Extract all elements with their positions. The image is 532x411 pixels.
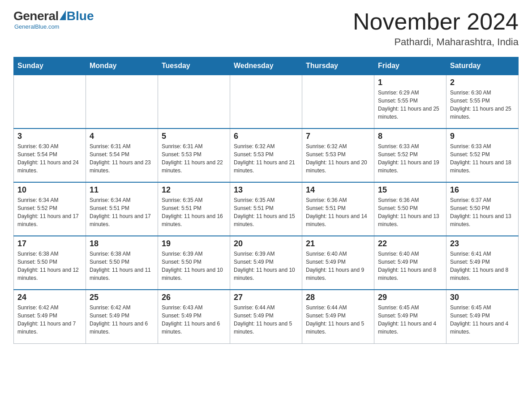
calendar-day-cell: 27Sunrise: 6:44 AM Sunset: 5:49 PM Dayli… [230,290,302,343]
day-info: Sunrise: 6:42 AM Sunset: 5:49 PM Dayligh… [17,304,82,336]
calendar-day-cell: 23Sunrise: 6:41 AM Sunset: 5:49 PM Dayli… [446,236,519,290]
day-of-week-header: Sunday [14,57,86,75]
day-number: 9 [450,132,515,141]
day-info: Sunrise: 6:39 AM Sunset: 5:49 PM Dayligh… [234,250,298,282]
day-of-week-header: Tuesday [158,57,230,75]
month-title: November 2024 [353,9,519,34]
day-info: Sunrise: 6:36 AM Sunset: 5:51 PM Dayligh… [306,196,370,228]
day-info: Sunrise: 6:38 AM Sunset: 5:50 PM Dayligh… [17,250,82,282]
calendar-day-cell: 30Sunrise: 6:45 AM Sunset: 5:49 PM Dayli… [446,290,519,343]
calendar-day-cell: 16Sunrise: 6:37 AM Sunset: 5:50 PM Dayli… [446,182,519,236]
day-of-week-header: Wednesday [230,57,302,75]
day-number: 24 [17,293,82,302]
calendar-day-cell: 17Sunrise: 6:38 AM Sunset: 5:50 PM Dayli… [14,236,86,290]
calendar-day-cell: 25Sunrise: 6:42 AM Sunset: 5:49 PM Dayli… [86,290,158,343]
day-info: Sunrise: 6:32 AM Sunset: 5:53 PM Dayligh… [234,142,298,175]
calendar-day-cell: 19Sunrise: 6:39 AM Sunset: 5:50 PM Dayli… [158,236,230,290]
logo-blue-text: Blue [67,9,94,23]
title-block: November 2024 Pathardi, Maharashtra, Ind… [353,9,519,48]
calendar-day-cell [230,75,302,128]
calendar-day-cell: 5Sunrise: 6:31 AM Sunset: 5:53 PM Daylig… [158,128,230,182]
day-number: 6 [234,132,298,141]
day-info: Sunrise: 6:38 AM Sunset: 5:50 PM Dayligh… [90,250,154,282]
day-info: Sunrise: 6:45 AM Sunset: 5:49 PM Dayligh… [378,304,442,336]
day-number: 13 [234,185,298,195]
calendar-day-cell: 2Sunrise: 6:30 AM Sunset: 5:55 PM Daylig… [446,75,519,128]
day-info: Sunrise: 6:31 AM Sunset: 5:53 PM Dayligh… [162,142,226,175]
day-info: Sunrise: 6:44 AM Sunset: 5:49 PM Dayligh… [306,304,370,336]
day-number: 10 [17,185,82,195]
page-header: General Blue GeneralBlue.com November 20… [13,9,519,48]
day-info: Sunrise: 6:34 AM Sunset: 5:52 PM Dayligh… [17,196,82,228]
calendar-day-cell: 11Sunrise: 6:34 AM Sunset: 5:51 PM Dayli… [86,182,158,236]
day-number: 21 [306,239,370,248]
day-number: 23 [450,239,515,248]
day-number: 29 [378,293,442,302]
location-title: Pathardi, Maharashtra, India [353,36,519,48]
calendar-day-cell: 15Sunrise: 6:36 AM Sunset: 5:50 PM Dayli… [374,182,446,236]
day-info: Sunrise: 6:35 AM Sunset: 5:51 PM Dayligh… [162,196,226,228]
calendar-day-cell: 4Sunrise: 6:31 AM Sunset: 5:54 PM Daylig… [86,128,158,182]
day-number: 15 [378,185,442,195]
day-number: 16 [450,185,515,195]
day-info: Sunrise: 6:43 AM Sunset: 5:49 PM Dayligh… [162,304,226,336]
calendar-day-cell: 22Sunrise: 6:40 AM Sunset: 5:49 PM Dayli… [374,236,446,290]
day-number: 19 [162,239,226,248]
calendar-day-cell: 18Sunrise: 6:38 AM Sunset: 5:50 PM Dayli… [86,236,158,290]
day-of-week-header: Saturday [446,57,519,75]
logo-triangle-icon [60,10,66,20]
logo-tagline: GeneralBlue.com [14,23,59,30]
day-info: Sunrise: 6:34 AM Sunset: 5:51 PM Dayligh… [90,196,154,228]
day-number: 4 [90,132,154,141]
calendar-day-cell: 8Sunrise: 6:33 AM Sunset: 5:52 PM Daylig… [374,128,446,182]
day-number: 28 [306,293,370,302]
calendar-day-cell: 9Sunrise: 6:33 AM Sunset: 5:52 PM Daylig… [446,128,519,182]
day-of-week-header: Thursday [302,57,374,75]
calendar-day-cell: 21Sunrise: 6:40 AM Sunset: 5:49 PM Dayli… [302,236,374,290]
day-info: Sunrise: 6:44 AM Sunset: 5:49 PM Dayligh… [234,304,298,336]
calendar-day-cell: 28Sunrise: 6:44 AM Sunset: 5:49 PM Dayli… [302,290,374,343]
day-number: 3 [17,132,82,141]
calendar-day-cell [86,75,158,128]
day-number: 26 [162,293,226,302]
day-info: Sunrise: 6:36 AM Sunset: 5:50 PM Dayligh… [378,196,442,228]
day-number: 30 [450,293,515,302]
day-info: Sunrise: 6:35 AM Sunset: 5:51 PM Dayligh… [234,196,298,228]
calendar-day-cell [14,75,86,128]
logo-general-text: General [13,9,59,23]
day-info: Sunrise: 6:40 AM Sunset: 5:49 PM Dayligh… [306,250,370,282]
calendar-day-cell: 26Sunrise: 6:43 AM Sunset: 5:49 PM Dayli… [158,290,230,343]
calendar-day-cell: 7Sunrise: 6:32 AM Sunset: 5:53 PM Daylig… [302,128,374,182]
day-number: 14 [306,185,370,195]
logo: General Blue GeneralBlue.com [13,9,94,30]
day-number: 11 [90,185,154,195]
calendar-table: SundayMondayTuesdayWednesdayThursdayFrid… [13,57,519,344]
day-info: Sunrise: 6:33 AM Sunset: 5:52 PM Dayligh… [450,142,515,175]
calendar-day-cell [158,75,230,128]
calendar-day-cell: 10Sunrise: 6:34 AM Sunset: 5:52 PM Dayli… [14,182,86,236]
calendar-week-row: 3Sunrise: 6:30 AM Sunset: 5:54 PM Daylig… [14,128,519,182]
calendar-week-row: 24Sunrise: 6:42 AM Sunset: 5:49 PM Dayli… [14,290,519,343]
day-number: 18 [90,239,154,248]
day-number: 2 [450,78,515,87]
day-number: 25 [90,293,154,302]
calendar-day-cell [302,75,374,128]
calendar-day-cell: 1Sunrise: 6:29 AM Sunset: 5:55 PM Daylig… [374,75,446,128]
calendar-week-row: 17Sunrise: 6:38 AM Sunset: 5:50 PM Dayli… [14,236,519,290]
day-info: Sunrise: 6:39 AM Sunset: 5:50 PM Dayligh… [162,250,226,282]
calendar-week-row: 10Sunrise: 6:34 AM Sunset: 5:52 PM Dayli… [14,182,519,236]
calendar-day-cell: 14Sunrise: 6:36 AM Sunset: 5:51 PM Dayli… [302,182,374,236]
day-number: 12 [162,185,226,195]
calendar-day-cell: 6Sunrise: 6:32 AM Sunset: 5:53 PM Daylig… [230,128,302,182]
day-number: 27 [234,293,298,302]
calendar-week-row: 1Sunrise: 6:29 AM Sunset: 5:55 PM Daylig… [14,75,519,128]
day-info: Sunrise: 6:42 AM Sunset: 5:49 PM Dayligh… [90,304,154,336]
day-info: Sunrise: 6:45 AM Sunset: 5:49 PM Dayligh… [450,304,515,336]
day-of-week-header: Friday [374,57,446,75]
calendar-header-row: SundayMondayTuesdayWednesdayThursdayFrid… [14,57,519,75]
day-info: Sunrise: 6:41 AM Sunset: 5:49 PM Dayligh… [450,250,515,282]
day-number: 5 [162,132,226,141]
calendar-day-cell: 29Sunrise: 6:45 AM Sunset: 5:49 PM Dayli… [374,290,446,343]
day-info: Sunrise: 6:30 AM Sunset: 5:54 PM Dayligh… [17,142,82,175]
calendar-day-cell: 12Sunrise: 6:35 AM Sunset: 5:51 PM Dayli… [158,182,230,236]
